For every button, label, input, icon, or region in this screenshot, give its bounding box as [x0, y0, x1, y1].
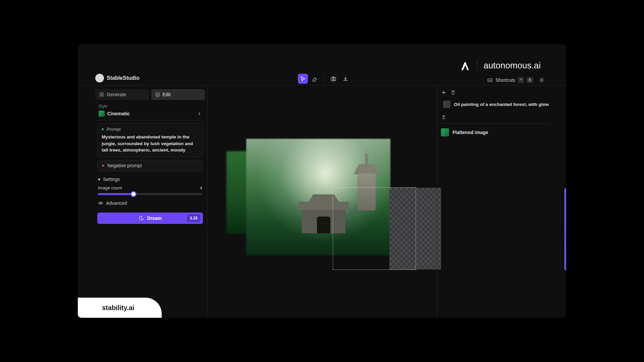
image-count-label: Image count	[98, 185, 122, 190]
download-button[interactable]	[340, 74, 351, 84]
layer-item-0-label: Oil painting of a enchanted forest, with…	[454, 102, 549, 107]
svg-rect-2	[488, 79, 492, 81]
upload-icon	[441, 114, 446, 119]
image-count-slider[interactable]	[98, 193, 202, 195]
prompt-card[interactable]: ▾ Prompt Mysterious and abandoned temple…	[97, 123, 203, 157]
slider-knob[interactable]	[131, 192, 136, 196]
slider-fill	[98, 193, 133, 195]
tab-generate[interactable]: Generate	[95, 89, 149, 100]
topbar-right: Shortcuts ^ K	[487, 75, 547, 85]
negative-prompt-toggle[interactable]: ▾ Negative prompt	[97, 160, 203, 171]
download-icon	[342, 76, 348, 82]
cursor-tool-button[interactable]	[298, 74, 308, 84]
flattened-image-label: Flattened image	[452, 130, 488, 135]
svg-point-9	[100, 202, 101, 203]
snapshot-button[interactable]	[328, 74, 338, 84]
svg-rect-0	[331, 77, 336, 81]
layer-hatch-icon	[443, 101, 450, 108]
tab-edit-label: Edit	[163, 92, 171, 97]
app-logo-icon	[95, 74, 104, 82]
kbd-k: K	[527, 77, 533, 83]
style-selector[interactable]: Cinematic	[95, 109, 205, 120]
shortcuts-label: Shortcuts	[495, 77, 515, 83]
topbar: StableStudio Shortcuts ^ K	[78, 44, 566, 85]
layer-item-1[interactable]: Mysterious and abandoned temple in the j…	[565, 188, 566, 270]
advanced-toggle[interactable]: Advanced	[95, 197, 205, 209]
svg-point-1	[333, 78, 334, 80]
add-layer-button[interactable]	[441, 90, 446, 95]
advanced-label: Advanced	[106, 200, 127, 206]
svg-rect-4	[100, 93, 101, 94]
svg-rect-5	[102, 93, 103, 94]
footer-brand: stability.ai	[102, 304, 134, 312]
dream-cost: 3.33	[187, 215, 200, 222]
flattened-image-row[interactable]: Flattened image	[437, 125, 551, 140]
style-label: Style	[95, 102, 205, 109]
layer-actions	[437, 88, 551, 97]
style-value: Cinematic	[107, 111, 130, 116]
right-panel: Oil painting of a enchanted forest, with…	[437, 86, 551, 318]
delete-layer-button[interactable]	[450, 90, 456, 95]
image-count-value: 4	[200, 185, 202, 190]
image-count-row: Image count 4	[95, 183, 205, 192]
dream-label: Dream	[147, 216, 162, 221]
shortcuts-button[interactable]: Shortcuts ^ K	[487, 77, 533, 83]
tab-edit[interactable]: Edit	[151, 89, 205, 100]
negative-prompt-label: Negative prompt	[107, 163, 142, 168]
dream-button[interactable]: Dream 3.33	[97, 213, 203, 224]
toolbar-divider	[324, 75, 324, 83]
eye-icon	[98, 200, 103, 206]
flattened-thumb-icon	[441, 128, 449, 136]
keyboard-icon	[487, 77, 493, 83]
layer-item-0[interactable]: Oil painting of a enchanted forest, with…	[439, 98, 549, 111]
pencil-square-icon	[155, 92, 160, 97]
gear-icon	[539, 77, 545, 83]
eraser-icon	[312, 76, 318, 82]
upload-image-button[interactable]	[437, 111, 551, 122]
selection-box-extend[interactable]	[389, 187, 416, 270]
moon-sparkle-icon	[139, 216, 144, 221]
settings-button[interactable]	[537, 75, 547, 85]
chevron-down-icon: ▾	[102, 127, 104, 132]
mode-tabs: Generate Edit	[95, 88, 205, 102]
eraser-tool-button[interactable]	[310, 74, 320, 84]
left-panel: Generate Edit Style Cinematic ▾ Prompt M…	[93, 86, 207, 318]
kbd-caret: ^	[518, 77, 524, 83]
settings-label: Settings	[103, 177, 120, 182]
canvas[interactable]	[207, 86, 437, 318]
trash-icon	[450, 90, 456, 95]
prompt-text[interactable]: Mysterious and abandoned temple in the j…	[102, 134, 199, 154]
chevron-right-icon	[197, 111, 202, 116]
plus-icon	[441, 90, 446, 95]
svg-rect-6	[100, 95, 101, 96]
chevron-right-red-icon: ▾	[100, 164, 106, 167]
prompt-label: Prompt	[107, 127, 121, 132]
app-name: StableStudio	[107, 75, 140, 81]
settings-toggle[interactable]: ▾ Settings	[95, 173, 205, 183]
style-thumb-icon	[99, 111, 105, 117]
svg-point-3	[541, 79, 543, 81]
right-panel-divider	[437, 123, 551, 124]
app-brand[interactable]: StableStudio	[95, 74, 140, 82]
tab-generate-label: Generate	[107, 92, 126, 97]
cursor-icon	[300, 76, 306, 82]
svg-rect-7	[102, 95, 103, 96]
grid-icon	[99, 92, 104, 97]
camera-icon	[330, 76, 336, 82]
chevron-down-icon: ▾	[98, 177, 100, 182]
canvas-toolbar	[298, 74, 351, 84]
footer-brand-pill: stability.ai	[78, 298, 162, 318]
